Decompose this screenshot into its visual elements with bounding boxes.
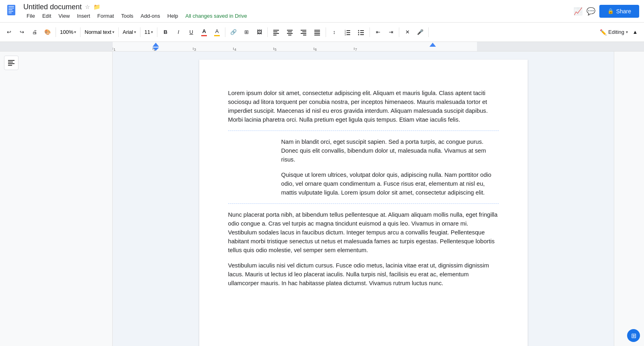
expand-button[interactable]: ⊞ <box>627 329 640 342</box>
bold-button[interactable]: B <box>160 26 171 39</box>
paragraph-4[interactable]: Nunc placerat porta nibh, at bibendum te… <box>228 210 499 255</box>
expand-icon: ⊞ <box>631 332 636 340</box>
toolbar: ↩ ↪ 🖨 🎨 100% ▾ Normal text ▾ Arial ▾ 11 … <box>0 23 644 42</box>
editing-mode[interactable]: ✏️ Editing ▾ <box>600 29 628 35</box>
numbered-list-button[interactable]: 1. 2. 3. <box>341 26 353 39</box>
highlight-label: A <box>215 28 219 34</box>
svg-rect-6 <box>8 12 12 13</box>
style-dropdown[interactable]: Normal text ▾ <box>83 26 116 39</box>
collapse-toolbar-button[interactable]: ▲ <box>630 26 641 39</box>
title-area: Untitled document ☆ 📁 File Edit View Ins… <box>23 3 574 20</box>
save-status: All changes saved in Drive <box>186 13 247 19</box>
trend-icon[interactable]: 📈 <box>574 7 582 16</box>
toolbar-divider-7 <box>267 27 268 37</box>
paint-format-button[interactable]: 🎨 <box>42 26 53 39</box>
right-panel: ⊞ <box>614 52 644 346</box>
doc-title[interactable]: Untitled document <box>23 3 82 11</box>
svg-text:6: 6 <box>315 48 317 52</box>
menu-help[interactable]: Help <box>164 12 182 20</box>
svg-rect-10 <box>273 35 277 35</box>
undo-button[interactable]: ↩ <box>3 26 14 39</box>
link-button[interactable]: 🔗 <box>228 26 239 39</box>
text-color-button[interactable]: A <box>198 26 210 39</box>
style-value: Normal text <box>85 29 111 35</box>
underline-button[interactable]: U <box>186 26 197 39</box>
svg-rect-12 <box>288 31 292 32</box>
share-button[interactable]: 🔒 Share <box>599 5 639 18</box>
increase-indent-button[interactable]: ⇥ <box>385 26 396 39</box>
menu-format[interactable]: Format <box>94 12 117 20</box>
menu-file[interactable]: File <box>23 12 38 20</box>
separator-2 <box>228 203 499 204</box>
italic-button[interactable]: I <box>173 26 184 39</box>
lock-icon: 🔒 <box>607 8 614 14</box>
svg-text:1: 1 <box>114 48 116 52</box>
editing-label: Editing <box>608 29 624 35</box>
main-area: Lorem ipsum dolor sit amet, consectetur … <box>0 52 644 346</box>
paragraph-3[interactable]: Quisque ut lorem ultrices, volutpat dolo… <box>281 170 499 197</box>
svg-rect-17 <box>301 33 306 34</box>
print-button[interactable]: 🖨 <box>29 26 40 39</box>
svg-rect-13 <box>287 33 293 34</box>
bullet-list-button[interactable] <box>355 26 367 39</box>
svg-text:5: 5 <box>275 48 277 52</box>
svg-rect-53 <box>8 62 13 62</box>
align-justify-button[interactable] <box>311 26 323 39</box>
menu-addons[interactable]: Add-ons <box>137 12 163 20</box>
toolbar-divider-1 <box>56 27 56 37</box>
align-left-button[interactable] <box>270 26 282 39</box>
editing-pencil-icon: ✏️ <box>600 29 607 35</box>
fontsize-dropdown[interactable]: 11 ▾ <box>143 26 155 39</box>
redo-button[interactable]: ↪ <box>16 26 27 39</box>
menu-bar: File Edit View Insert Format Tools Add-o… <box>23 12 574 20</box>
text-color-label: A <box>202 28 206 34</box>
star-icon[interactable]: ☆ <box>85 4 90 10</box>
voice-input-button[interactable]: 🎤 <box>415 26 426 39</box>
svg-rect-54 <box>8 63 14 64</box>
paragraph-1[interactable]: Lorem ipsum dolor sit amet, consectetur … <box>228 89 499 124</box>
svg-text:4: 4 <box>234 48 236 52</box>
svg-point-31 <box>358 32 359 33</box>
svg-rect-11 <box>287 30 293 31</box>
svg-rect-32 <box>360 32 364 33</box>
font-dropdown[interactable]: Arial ▾ <box>121 26 138 39</box>
clear-format-button[interactable]: ✕ <box>402 26 413 39</box>
insert-special-button[interactable]: ⊞ <box>241 26 252 39</box>
align-center-button[interactable] <box>284 26 296 39</box>
svg-rect-20 <box>314 31 320 32</box>
separator-1 <box>228 131 499 131</box>
decrease-indent-button[interactable]: ⇤ <box>372 26 384 39</box>
comment-icon[interactable]: 💬 <box>586 7 595 16</box>
toolbar-divider-10 <box>399 27 399 37</box>
document-area[interactable]: Lorem ipsum dolor sit amet, consectetur … <box>113 52 614 346</box>
menu-view[interactable]: View <box>55 12 73 20</box>
toolbar-divider-9 <box>369 27 370 37</box>
insert-image-button[interactable]: 🖼 <box>254 26 265 39</box>
fontsize-value: 11 <box>144 29 150 35</box>
line-spacing-button[interactable]: ↕ <box>328 26 340 39</box>
toolbar-divider-2 <box>80 27 80 37</box>
svg-text:7: 7 <box>355 48 357 52</box>
highlight-button[interactable]: A <box>211 26 223 39</box>
menu-insert[interactable]: Insert <box>74 12 93 20</box>
svg-rect-5 <box>8 11 13 12</box>
toolbar-divider-8 <box>326 27 326 37</box>
style-caret: ▾ <box>112 30 114 34</box>
align-right-button[interactable] <box>297 26 310 39</box>
svg-rect-34 <box>360 34 364 35</box>
ruler-marks: 1 2 3 4 5 6 7 <box>113 42 477 51</box>
folder-icon[interactable]: 📁 <box>93 4 100 10</box>
text-color-swatch <box>201 35 207 36</box>
outline-button[interactable] <box>4 56 19 70</box>
menu-edit[interactable]: Edit <box>39 12 54 20</box>
svg-rect-52 <box>8 60 14 61</box>
menu-tools[interactable]: Tools <box>118 12 136 20</box>
svg-rect-14 <box>288 35 291 35</box>
underline-label: U <box>190 29 193 35</box>
paragraph-2[interactable]: Nam in blandit orci, eget suscipit sapie… <box>281 137 499 164</box>
left-panel <box>0 52 113 346</box>
paragraph-5[interactable]: Vestibulum iaculis nisi vel dictum cursu… <box>228 261 499 288</box>
toolbar-divider-5 <box>157 27 157 37</box>
svg-rect-8 <box>273 31 277 32</box>
zoom-dropdown[interactable]: 100% ▾ <box>58 26 78 39</box>
